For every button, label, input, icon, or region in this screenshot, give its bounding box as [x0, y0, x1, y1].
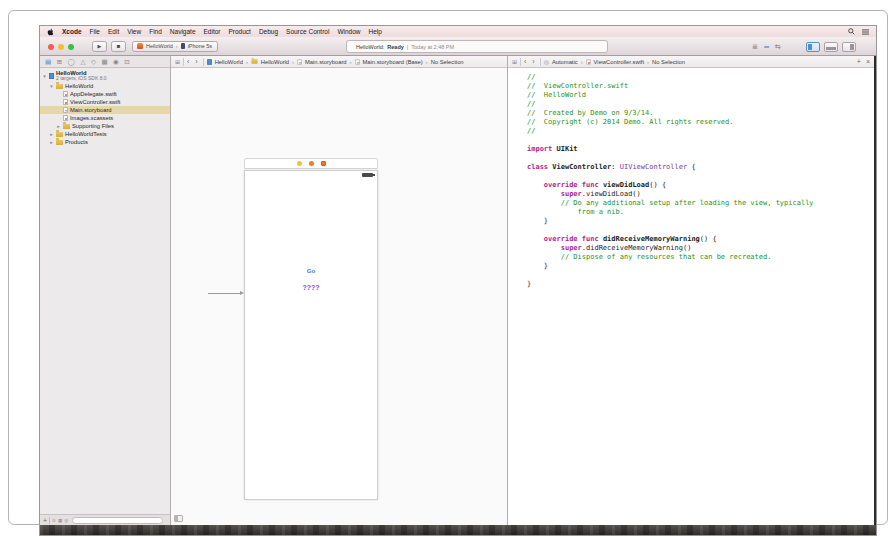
run-button[interactable]: ▶ — [92, 41, 107, 52]
initial-view-controller-arrow[interactable] — [208, 291, 244, 296]
debug-navigator-icon[interactable]: ▦ — [101, 59, 107, 65]
jumpbar-segment[interactable]: Main.storyboard (Base) — [363, 59, 423, 65]
navigator-toggle-button[interactable] — [806, 42, 820, 52]
menu-debug[interactable]: Debug — [259, 28, 278, 35]
menu-window[interactable]: Window — [337, 28, 360, 35]
window-minimize-button[interactable] — [58, 44, 64, 50]
code-line[interactable]: class ViewController: UIViewController { — [527, 163, 874, 172]
exit-icon[interactable] — [321, 161, 326, 166]
code-line[interactable]: } — [527, 217, 874, 226]
disclosure-icon[interactable]: ▾ — [49, 83, 54, 89]
menu-navigate[interactable]: Navigate — [170, 28, 196, 35]
nav-file-row[interactable]: ▸Supporting Files — [40, 122, 170, 130]
code-line[interactable]: // — [527, 100, 874, 109]
code-line[interactable]: override func viewDidLoad() { — [527, 181, 874, 190]
filter-field[interactable] — [72, 517, 163, 524]
breakpoint-navigator-icon[interactable]: ◉ — [113, 59, 119, 65]
assistant-editor-button[interactable] — [764, 43, 769, 50]
symbol-navigator-icon[interactable]: ⊞ — [57, 59, 62, 65]
code-line[interactable]: // Created by Demo on 9/3/14. — [527, 109, 874, 118]
menu-xcode[interactable]: Xcode — [62, 28, 82, 35]
code-line[interactable] — [527, 271, 874, 280]
nav-file-row[interactable]: Main.storyboard — [40, 106, 170, 114]
window-close-button[interactable] — [48, 44, 54, 50]
nav-file-row[interactable]: ViewController.swift — [40, 98, 170, 106]
jumpbar-segment[interactable]: No Selection — [431, 59, 464, 65]
filter-recent-icon[interactable]: ⊙ — [52, 518, 56, 523]
go-button[interactable]: Go — [245, 268, 377, 274]
code-line[interactable] — [527, 226, 874, 235]
menu-editor[interactable]: Editor — [204, 28, 221, 35]
jumpbar-segment[interactable]: ViewController.swift — [594, 59, 644, 65]
back-forward-buttons[interactable]: ‹ › — [187, 58, 200, 65]
menu-product[interactable]: Product — [228, 28, 250, 35]
code-line[interactable]: super.didReceiveMemoryWarning() — [527, 244, 874, 253]
close-assistant-button[interactable]: × — [866, 58, 870, 65]
code-line[interactable]: } — [527, 262, 874, 271]
code-line[interactable]: // — [527, 127, 874, 136]
source-code-area[interactable]: //// ViewController.swift// HelloWorld//… — [508, 68, 874, 525]
view-controller-view[interactable]: Go ???? — [244, 170, 378, 500]
jumpbar-segment[interactable]: Automatic — [552, 59, 578, 65]
related-items-icon[interactable] — [512, 58, 517, 65]
disclosure-icon[interactable]: ▾ — [42, 73, 47, 79]
filter-unsaved-icon[interactable]: ◎ — [64, 518, 68, 523]
spotlight-icon[interactable] — [848, 28, 855, 35]
add-file-button[interactable]: + — [43, 517, 47, 524]
disclosure-icon[interactable]: ▸ — [49, 131, 54, 137]
nav-file-row[interactable]: ▸Products — [40, 138, 170, 146]
view-controller-scene[interactable]: Go ???? — [244, 158, 378, 500]
code-line[interactable]: } — [527, 280, 874, 289]
menu-edit[interactable]: Edit — [108, 28, 119, 35]
code-line[interactable]: import UIKit — [527, 145, 874, 154]
stop-button[interactable]: ■ — [111, 41, 126, 52]
menu-find[interactable]: Find — [149, 28, 162, 35]
code-line[interactable]: super.viewDidLoad() — [527, 190, 874, 199]
issue-navigator-icon[interactable]: △ — [80, 59, 85, 65]
scheme-selector[interactable]: HelloWorld › iPhone 5s — [132, 41, 218, 52]
code-line[interactable] — [527, 172, 874, 181]
code-line[interactable]: // Copyright (c) 2014 Demo. All rights r… — [527, 118, 874, 127]
find-navigator-icon[interactable]: ◯ — [68, 59, 75, 65]
nav-file-row[interactable]: Images.xcassets — [40, 114, 170, 122]
code-line[interactable]: // — [527, 73, 874, 82]
back-forward-buttons[interactable]: ‹ › — [524, 58, 537, 65]
nav-project-row[interactable]: ▾ HelloWorld 2 targets, iOS SDK 8.0 — [40, 69, 170, 82]
storyboard-canvas[interactable]: Go ???? — [171, 68, 507, 525]
code-line[interactable]: override func didReceiveMemoryWarning() … — [527, 235, 874, 244]
standard-editor-button[interactable] — [752, 43, 758, 50]
view-controller-icon[interactable] — [297, 161, 302, 166]
disclosure-icon[interactable]: ▸ — [49, 139, 54, 145]
version-editor-button[interactable] — [775, 43, 781, 50]
menu-file[interactable]: File — [90, 28, 100, 35]
jumpbar-segment[interactable]: Main.storyboard — [305, 59, 347, 65]
project-navigator-icon[interactable]: ▤ — [45, 59, 51, 65]
code-line[interactable] — [527, 154, 874, 163]
report-navigator-icon[interactable]: ⊡ — [124, 59, 129, 65]
code-line[interactable]: // Do any additional setup after loading… — [527, 199, 874, 208]
code-line[interactable]: // HelloWorld — [527, 91, 874, 100]
notification-center-icon[interactable] — [862, 29, 869, 35]
code-line[interactable]: // ViewController.swift — [527, 82, 874, 91]
code-line[interactable] — [527, 136, 874, 145]
jumpbar-segment[interactable]: No Selection — [652, 59, 685, 65]
nav-file-row[interactable]: ▸HelloWorldTests — [40, 130, 170, 138]
apple-menu-icon[interactable] — [47, 28, 54, 36]
window-zoom-button[interactable] — [68, 44, 74, 50]
jumpbar-segment[interactable]: HelloWorld — [261, 59, 289, 65]
related-items-icon[interactable] — [175, 58, 180, 65]
menu-source-control[interactable]: Source Control — [286, 28, 329, 35]
first-responder-icon[interactable] — [309, 161, 314, 166]
nav-file-row[interactable]: AppDelegate.swift — [40, 90, 170, 98]
test-navigator-icon[interactable]: ◇ — [91, 59, 96, 65]
disclosure-icon[interactable]: ▸ — [56, 123, 61, 129]
code-line[interactable]: from a nib. — [527, 208, 874, 217]
debug-area-toggle-button[interactable] — [824, 42, 838, 52]
document-outline-toggle[interactable] — [174, 515, 183, 522]
code-line[interactable]: // Dispose of any resources that can be … — [527, 253, 874, 262]
nav-file-row[interactable]: ▾HelloWorld — [40, 82, 170, 90]
utilities-toggle-button[interactable] — [842, 42, 856, 52]
menu-help[interactable]: Help — [369, 28, 382, 35]
question-label[interactable]: ???? — [245, 284, 377, 291]
jumpbar-segment[interactable]: HelloWorld — [215, 59, 243, 65]
